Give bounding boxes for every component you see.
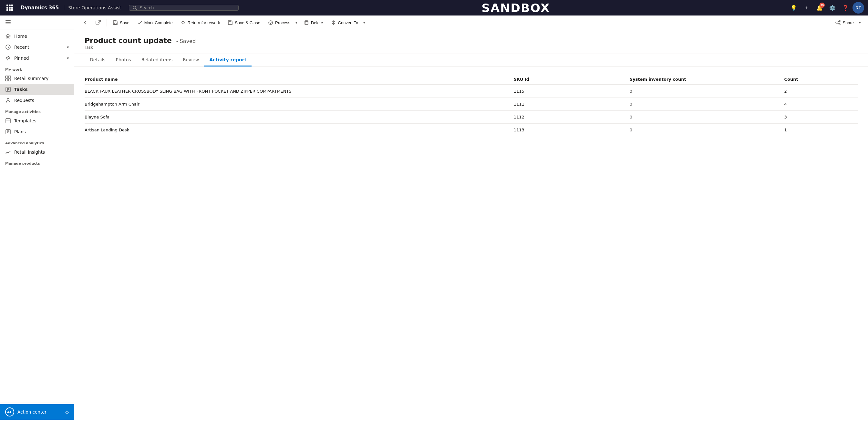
page-title: Product count update (85, 36, 172, 44)
svg-rect-14 (6, 36, 7, 38)
save-close-icon (228, 20, 233, 25)
svg-rect-35 (114, 21, 116, 22)
table-body: BLACK FAUX LEATHER CROSSBODY SLING BAG W… (85, 85, 858, 136)
convert-to-dropdown-button[interactable]: ▾ (361, 19, 367, 27)
tab-details[interactable]: Details (85, 54, 111, 66)
svg-rect-7 (9, 9, 11, 11)
toolbar: Save Mark Complete Return for rework Sav… (74, 15, 868, 30)
convert-to-button[interactable]: Convert To (328, 18, 362, 27)
sidebar-item-plans[interactable]: Plans (0, 126, 74, 137)
sidebar-item-pinned[interactable]: Pinned ▾ (0, 53, 74, 64)
share-dropdown-button[interactable]: ▾ (857, 19, 863, 27)
svg-rect-5 (11, 7, 13, 9)
back-icon (83, 20, 88, 25)
mark-complete-label: Mark Complete (144, 20, 173, 25)
sidebar-toggle[interactable] (0, 15, 74, 29)
return-for-rework-button[interactable]: Return for rework (177, 18, 223, 27)
requests-label: Requests (14, 98, 34, 103)
notifications-button[interactable]: 🔔 99 (814, 2, 826, 13)
cell-sku-id: 1113 (510, 124, 626, 136)
settings-button[interactable]: ⚙️ (827, 2, 838, 13)
svg-rect-6 (6, 9, 8, 11)
svg-rect-19 (5, 79, 8, 81)
plans-label: Plans (14, 129, 26, 134)
tab-related-items[interactable]: Related items (136, 54, 178, 66)
sidebar-item-retail-summary[interactable]: Retail summary (0, 73, 74, 84)
global-search[interactable] (129, 5, 239, 11)
home-icon (5, 33, 11, 39)
hamburger-icon (5, 20, 11, 25)
top-navigation: Dynamics 365 Store Operations Assist SAN… (0, 0, 868, 15)
mark-complete-icon (137, 20, 143, 25)
mark-complete-button[interactable]: Mark Complete (134, 18, 176, 27)
sidebar-item-recent[interactable]: Recent ▾ (0, 42, 74, 53)
svg-point-45 (839, 24, 840, 25)
col-header-system-inventory: System inventory count (626, 74, 780, 85)
cell-system-inventory: 0 (626, 124, 780, 136)
svg-rect-3 (6, 7, 8, 9)
tab-activity-report[interactable]: Activity report (204, 54, 252, 66)
cell-product-name: BLACK FAUX LEATHER CROSSBODY SLING BAG W… (85, 85, 510, 98)
add-button[interactable]: ＋ (801, 2, 812, 13)
table-header: Product name SKU Id System inventory cou… (85, 74, 858, 85)
sandbox-label: SANDBOX (246, 1, 785, 14)
sidebar-item-retail-insights[interactable]: Retail insights (0, 147, 74, 158)
share-label: Share (842, 20, 854, 25)
sidebar-item-tasks[interactable]: Tasks (0, 84, 74, 95)
col-header-sku-id: SKU Id (510, 74, 626, 85)
svg-point-25 (7, 98, 9, 100)
sidebar-navigation: Home Recent ▾ Pinned ▾ My work (0, 29, 74, 402)
pop-out-icon (96, 20, 101, 25)
sidebar-bottom: AC Action center ◇ (0, 402, 74, 421)
brand-name: Dynamics 365 (18, 5, 61, 11)
pop-out-button[interactable] (92, 18, 104, 27)
search-input[interactable] (140, 5, 235, 10)
convert-to-group: Convert To ▾ (328, 18, 368, 27)
delete-button[interactable]: Delete (301, 18, 327, 27)
page-saved-status: - Saved (176, 38, 196, 44)
svg-rect-2 (11, 4, 13, 6)
process-dropdown-button[interactable]: ▾ (293, 19, 299, 27)
share-icon (835, 20, 841, 25)
svg-rect-39 (305, 21, 308, 25)
product-count-table: Product name SKU Id System inventory cou… (85, 74, 858, 136)
home-label: Home (14, 34, 27, 39)
page-type: Task (85, 45, 858, 50)
section-manage-products: Manage products (0, 158, 74, 167)
sidebar-item-action-center[interactable]: AC Action center ◇ (0, 404, 74, 420)
task-icon (5, 87, 11, 92)
tab-photos[interactable]: Photos (111, 54, 136, 66)
cell-sku-id: 1115 (510, 85, 626, 98)
save-close-button[interactable]: Save & Close (224, 18, 264, 27)
process-label: Process (275, 20, 290, 25)
cell-product-name: Artisan Landing Desk (85, 124, 510, 136)
sidebar-item-home[interactable]: Home (0, 31, 74, 42)
process-icon (268, 20, 273, 25)
sidebar-item-templates[interactable]: Templates (0, 115, 74, 126)
templates-label: Templates (14, 118, 36, 123)
action-center-diamond-icon: ◇ (65, 409, 69, 415)
app-grid-button[interactable] (4, 2, 16, 13)
section-advanced-analytics: Advanced analytics (0, 137, 74, 147)
svg-point-38 (269, 21, 273, 25)
sidebar-item-requests[interactable]: Requests (0, 95, 74, 106)
back-button[interactable] (80, 18, 91, 27)
cell-sku-id: 1111 (510, 98, 626, 111)
help-button[interactable]: ❓ (840, 2, 851, 13)
cell-system-inventory: 0 (626, 111, 780, 124)
cell-count: 3 (780, 111, 858, 124)
section-my-work: My work (0, 64, 74, 73)
process-button[interactable]: Process (265, 18, 293, 27)
share-button[interactable]: Share (832, 18, 857, 27)
retail-insights-label: Retail insights (14, 150, 45, 155)
tab-review[interactable]: Review (178, 54, 204, 66)
table-row: Artisan Landing Desk 1113 0 1 (85, 124, 858, 136)
svg-rect-20 (8, 79, 11, 81)
save-button[interactable]: Save (110, 18, 133, 27)
search-icon (132, 5, 137, 10)
cell-system-inventory: 0 (626, 98, 780, 111)
pinned-label: Pinned (14, 56, 29, 61)
user-avatar[interactable]: RT (852, 2, 864, 13)
lightbulb-button[interactable]: 💡 (788, 2, 800, 13)
delete-icon (304, 20, 309, 25)
